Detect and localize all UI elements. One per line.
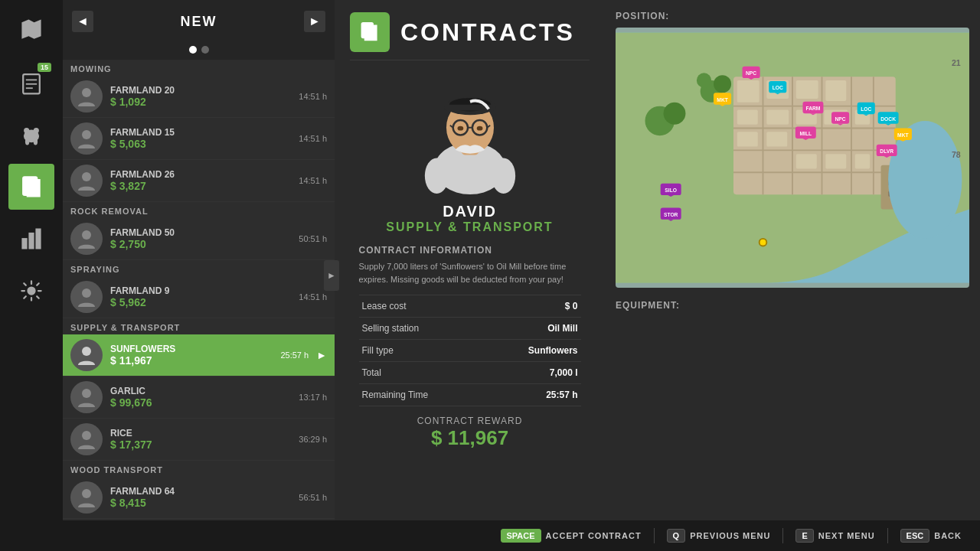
- list-item[interactable]: FARMLAND 26 $ 3,827 14:51 h: [63, 160, 335, 202]
- svg-point-41: [457, 126, 463, 131]
- detail-panel: ► CONTRACTS: [335, 0, 605, 551]
- svg-rect-68: [825, 154, 846, 168]
- section-title: CONTRACT INFORMATION: [359, 245, 581, 256]
- accept-contract-btn[interactable]: SPACE ACCEPT CONTRACT: [495, 526, 648, 546]
- map-container: 21 78 NPC LOC MKT FARM: [616, 28, 969, 288]
- back-label: BACK: [934, 531, 962, 540]
- space-key: SPACE: [501, 529, 541, 543]
- svg-text:MILL: MILL: [799, 131, 812, 136]
- svg-point-19: [82, 172, 91, 181]
- position-label: POSITION:: [616, 11, 969, 21]
- svg-point-7: [26, 139, 29, 144]
- svg-text:MKT: MKT: [897, 132, 909, 138]
- svg-rect-60: [737, 109, 758, 124]
- list-item[interactable]: FARMLAND 64 $ 8,415 56:51 h: [63, 477, 335, 519]
- svg-point-5: [24, 129, 28, 132]
- expand-arrow[interactable]: ►: [324, 260, 339, 291]
- svg-text:DLVR: DLVR: [880, 148, 893, 154]
- dot-1: [189, 46, 197, 54]
- missions-badge: 15: [38, 63, 51, 72]
- next-arrow[interactable]: ►: [304, 11, 325, 32]
- sidebar-item-contracts[interactable]: [8, 164, 54, 210]
- svg-rect-15: [36, 229, 40, 248]
- list-item[interactable]: RICE $ 17,377 36:29 h: [63, 419, 335, 461]
- svg-point-114: [760, 239, 767, 246]
- detail-body: DAVID SUPPLY & TRANSPORT CONTRACT INFORM…: [350, 60, 590, 551]
- info-table: Lease cost $ 0 Selling station Oil Mill …: [359, 295, 581, 406]
- avatar: [70, 80, 103, 112]
- svg-point-6: [34, 129, 38, 132]
- previous-menu-btn[interactable]: Q PREVIOUS MENU: [661, 526, 777, 546]
- reward-amount: $ 11,967: [359, 426, 581, 450]
- contracts-scroll[interactable]: MOWING FARMLAND 20 $ 1,092 14:51 h FARML…: [63, 60, 335, 551]
- avatar: [70, 381, 103, 413]
- svg-text:NPC: NPC: [835, 116, 845, 122]
- list-item[interactable]: GARLIC $ 99,676 13:17 h: [63, 377, 335, 419]
- sidebar-item-animals[interactable]: [8, 112, 54, 158]
- list-item[interactable]: FARMLAND 20 $ 1,092 14:51 h: [63, 76, 335, 118]
- contract-info-section: CONTRACT INFORMATION Supply 7,000 liters…: [359, 245, 581, 456]
- table-row: Total 7,000 l: [359, 362, 581, 384]
- svg-point-75: [697, 73, 711, 87]
- table-row: Remaining Time 25:57 h: [359, 384, 581, 406]
- list-item[interactable]: FARMLAND 15 $ 5,063 14:51 h: [63, 118, 335, 160]
- sidebar-item-map[interactable]: [8, 8, 54, 54]
- contracts-list: ◄ NEW ► MOWING FARMLAND 20 $ 1,092 14:51…: [63, 0, 335, 551]
- table-row: Lease cost $ 0: [359, 295, 581, 318]
- previous-menu-label: PREVIOUS MENU: [690, 531, 770, 540]
- character-portrait: [409, 68, 531, 198]
- contracts-page-icon: [350, 12, 390, 52]
- prev-arrow[interactable]: ◄: [72, 11, 93, 32]
- divider: [782, 528, 783, 543]
- svg-point-17: [82, 88, 91, 97]
- list-item[interactable]: FARMLAND 50 $ 2,750 50:51 h: [63, 218, 335, 260]
- e-key: E: [795, 529, 813, 543]
- header-dots: [63, 43, 335, 60]
- svg-point-21: [82, 289, 91, 298]
- svg-point-25: [82, 489, 91, 498]
- divider: [887, 528, 888, 543]
- svg-rect-59: [825, 80, 846, 101]
- sidebar-item-statistics[interactable]: [8, 216, 54, 262]
- svg-text:21: 21: [952, 58, 961, 67]
- detail-left: DAVID SUPPLY & TRANSPORT CONTRACT INFORM…: [350, 60, 590, 551]
- svg-rect-67: [796, 154, 817, 168]
- sidebar: 15: [0, 0, 63, 551]
- character-role: SUPPLY & TRANSPORT: [386, 220, 553, 234]
- bottom-bar: SPACE ACCEPT CONTRACT Q PREVIOUS MENU E …: [0, 520, 980, 551]
- right-panel: POSITION:: [605, 0, 980, 551]
- sidebar-item-settings[interactable]: [8, 268, 54, 314]
- svg-point-42: [476, 126, 482, 131]
- svg-text:SILO: SILO: [665, 187, 677, 193]
- list-item-selected[interactable]: SUNFLOWERS $ 11,967 25:57 h ►: [63, 334, 335, 377]
- accept-contract-label: ACCEPT CONTRACT: [546, 531, 642, 540]
- category-mowing: MOWING: [63, 60, 335, 76]
- svg-rect-14: [29, 233, 33, 249]
- avatar: [70, 281, 103, 313]
- category-rock-removal: ROCK REMOVAL: [63, 202, 335, 218]
- next-menu-btn[interactable]: E NEXT MENU: [789, 526, 880, 546]
- svg-point-22: [82, 347, 91, 356]
- next-menu-label: NEXT MENU: [818, 531, 875, 540]
- svg-point-74: [714, 75, 731, 93]
- list-item[interactable]: FARMLAND 9 $ 5,962 14:51 h: [63, 276, 335, 318]
- esc-key: ESC: [900, 529, 930, 543]
- svg-rect-13: [22, 239, 26, 249]
- svg-point-23: [82, 389, 91, 398]
- sidebar-item-missions[interactable]: 15: [8, 60, 54, 106]
- svg-point-20: [82, 230, 91, 240]
- svg-text:LOC: LOC: [773, 85, 783, 90]
- back-btn[interactable]: ESC BACK: [894, 526, 968, 546]
- svg-text:STOR: STOR: [664, 212, 678, 217]
- svg-point-44: [492, 158, 515, 194]
- avatar: [70, 223, 103, 255]
- svg-point-24: [82, 431, 91, 440]
- equipment-label: EQUIPMENT:: [616, 300, 969, 311]
- svg-text:FARM: FARM: [805, 106, 820, 111]
- svg-point-43: [424, 158, 448, 194]
- dot-2: [201, 46, 209, 54]
- contracts-header: ◄ NEW ►: [63, 0, 335, 43]
- reward-section: CONTRACT REWARD $ 11,967: [359, 406, 581, 456]
- svg-text:78: 78: [952, 150, 961, 159]
- svg-text:LOC: LOC: [861, 106, 871, 112]
